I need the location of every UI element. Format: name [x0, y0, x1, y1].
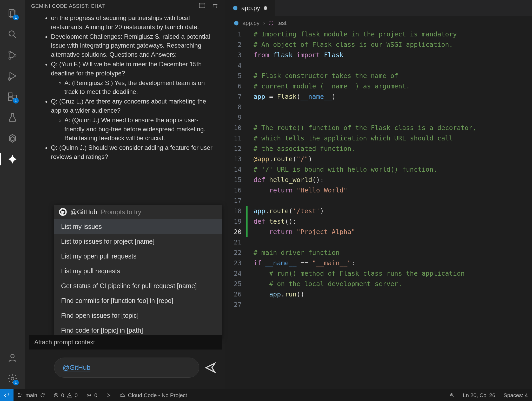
chat-subbullet: A: (Quinn J.) We need to ensure the app … — [64, 116, 217, 143]
settings-badge: 1 — [13, 380, 19, 385]
suggestion-item[interactable]: List my issues — [54, 219, 222, 234]
accounts-icon[interactable] — [5, 350, 20, 366]
attach-context-row[interactable]: Attach prompt context — [29, 335, 222, 350]
python-file-icon: ⬢ — [234, 20, 239, 27]
cloud-icon — [119, 393, 125, 398]
chat-bullet: Q: (Quinn J.) Should we consider adding … — [51, 143, 217, 161]
suggestion-item[interactable]: List my open pull requests — [54, 249, 222, 264]
chat-bullet: Q: (Yuri F.) Will we be able to meet the… — [51, 60, 217, 96]
breadcrumbs[interactable]: ⬢ app.py › ⬡ test — [225, 16, 532, 29]
broadcast-icon — [86, 393, 92, 398]
status-cursor-pos[interactable]: Ln 20, Col 26 — [459, 392, 500, 398]
panel-title: GEMINI CODE ASSIST: CHAT — [31, 3, 105, 9]
suggestions-hint: Prompts to try — [101, 208, 141, 216]
tab-label: app.py — [241, 4, 260, 12]
prompt-suggestions-popup: @GitHub Prompts to try List my issuesLis… — [54, 205, 222, 338]
source-control-icon[interactable] — [5, 47, 20, 63]
svg-rect-10 — [9, 97, 12, 101]
tab-dirty-indicator-icon — [264, 6, 267, 10]
svg-point-2 — [9, 31, 14, 36]
svg-point-20 — [21, 394, 22, 395]
python-file-icon: ⬢ — [233, 5, 238, 11]
svg-marker-23 — [107, 393, 110, 397]
editor-area: ⬢ app.py ⬢ app.py › ⬡ test 1234567891011… — [225, 0, 532, 389]
panel-title-bar: GEMINI CODE ASSIST: CHAT — [25, 0, 225, 13]
tab-bar: ⬢ app.py — [225, 0, 532, 16]
chat-panel: GEMINI CODE ASSIST: CHAT on the progress… — [25, 0, 225, 389]
chat-bullet: on the progress of securing partnerships… — [51, 14, 217, 32]
suggestion-item[interactable]: Get status of CI pipeline for pull reque… — [54, 279, 222, 293]
send-button[interactable] — [204, 362, 216, 374]
status-cloudcode[interactable]: Cloud Code - No Project — [115, 392, 191, 398]
github-icon — [59, 208, 67, 216]
breadcrumb-file[interactable]: app.py — [242, 20, 260, 27]
suggestions-source: @GitHub — [70, 208, 97, 216]
code-editor[interactable]: 1234567891011121314151617181920212223242… — [225, 29, 532, 310]
suggestion-item[interactable]: Find open issues for [topic] — [54, 308, 222, 323]
warning-icon — [67, 393, 72, 398]
gemini-assist-icon[interactable] — [5, 151, 20, 167]
error-icon — [54, 393, 59, 398]
explorer-badge: 1 — [13, 15, 19, 20]
remote-indicator-icon[interactable] — [0, 389, 14, 401]
chat-bullet: Q: (Cruz L.) Are there any concerns abou… — [51, 97, 217, 143]
status-zoom-icon[interactable] — [445, 392, 459, 398]
svg-rect-9 — [9, 93, 12, 96]
explorer-icon[interactable]: 1 — [5, 6, 20, 21]
status-spaces[interactable]: Spaces: 4 — [500, 392, 532, 398]
svg-point-4 — [9, 51, 11, 53]
svg-point-6 — [14, 54, 16, 56]
breadcrumb-symbol[interactable]: test — [277, 20, 286, 27]
svg-marker-13 — [11, 137, 14, 141]
svg-point-14 — [11, 354, 14, 358]
suggestion-item[interactable]: Find commits for [function foo] in [repo… — [54, 293, 222, 308]
svg-point-5 — [9, 57, 11, 59]
function-icon: ⬡ — [269, 20, 274, 27]
status-branch[interactable]: main — [14, 392, 49, 398]
svg-point-15 — [11, 377, 14, 380]
svg-line-3 — [14, 36, 16, 38]
tab-app-py[interactable]: ⬢ app.py — [225, 0, 275, 16]
chevron-right-icon: › — [263, 20, 265, 27]
chat-bullet: Development Challenges: Remigiusz S. rai… — [51, 32, 217, 59]
extensions-icon[interactable]: 1 — [5, 89, 20, 105]
status-debug-icon[interactable] — [102, 393, 115, 398]
svg-point-18 — [18, 393, 19, 394]
suggestion-item[interactable]: List top issues for project [name] — [54, 234, 222, 249]
chat-subbullet: A: (Remigiusz S.) Yes, the development t… — [64, 79, 217, 97]
extensions-badge: 1 — [13, 98, 19, 104]
svg-point-22 — [88, 394, 89, 396]
run-debug-icon[interactable] — [5, 68, 20, 84]
svg-point-19 — [18, 396, 19, 397]
svg-rect-16 — [199, 3, 205, 8]
panel-action-card-icon[interactable] — [199, 3, 205, 9]
status-problems[interactable]: 0 0 — [49, 392, 82, 398]
chat-content: on the progress of securing partnerships… — [25, 13, 225, 162]
settings-gear-icon[interactable]: 1 — [5, 371, 20, 386]
cloud-code-icon[interactable] — [5, 131, 20, 146]
chat-input[interactable]: @GitHub — [54, 358, 199, 378]
suggestion-item[interactable]: List my pull requests — [54, 264, 222, 279]
search-icon[interactable] — [5, 27, 20, 42]
status-bar: main 0 0 0 Cloud Code - No Project Ln 20… — [0, 389, 532, 401]
suggestions-header: @GitHub Prompts to try — [54, 205, 222, 219]
status-ports[interactable]: 0 — [82, 392, 102, 398]
sync-icon[interactable] — [40, 393, 45, 398]
testing-icon[interactable] — [5, 110, 20, 125]
panel-action-trash-icon[interactable] — [212, 3, 218, 9]
svg-line-25 — [453, 396, 454, 397]
activity-bar: 1 1 1 — [0, 0, 25, 389]
